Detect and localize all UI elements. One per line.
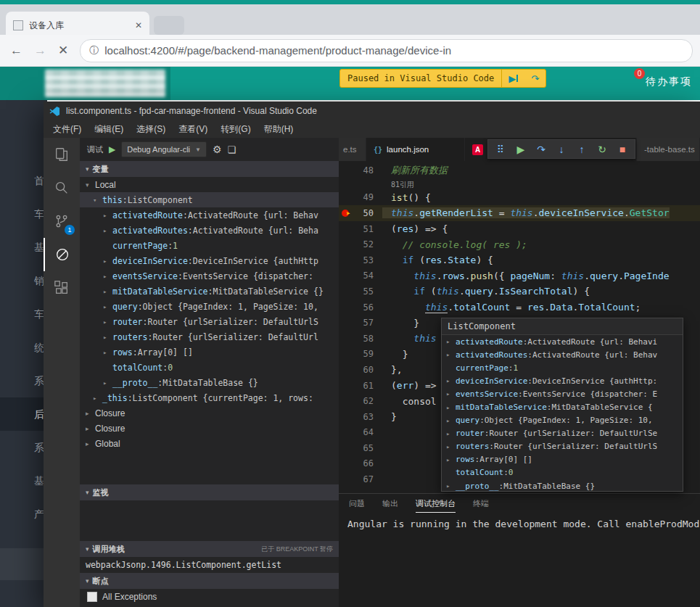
panel-tab[interactable]: 终端 bbox=[473, 494, 489, 513]
start-debug-icon[interactable]: ▶ bbox=[109, 144, 115, 154]
gutter[interactable]: 54 bbox=[339, 271, 382, 281]
variable-row[interactable]: ▸eventsService: EventsService {dispatche… bbox=[80, 268, 339, 284]
variable-row[interactable]: ▸activatedRoutes: ActivatedRoute {url: B… bbox=[80, 223, 339, 238]
gutter[interactable]: 55 bbox=[339, 286, 382, 297]
editor-tab[interactable]: e.ts bbox=[339, 138, 366, 161]
variable-row[interactable]: ▸query: Object {PageIndex: 1, PageSize: … bbox=[80, 299, 339, 314]
gutter[interactable]: 67 bbox=[339, 474, 382, 484]
gutter[interactable]: 61 bbox=[339, 381, 382, 391]
gutter[interactable]: 60 bbox=[339, 365, 382, 375]
variable-row[interactable]: ▸routers: Router {urlSerializer: Default… bbox=[80, 329, 339, 344]
variable-row[interactable]: ▸router: Router {urlSerializer: DefaultU… bbox=[442, 427, 683, 440]
gutter[interactable]: ➤50 bbox=[339, 208, 382, 218]
gutter[interactable]: 48 bbox=[339, 165, 382, 176]
todo-link[interactable]: 待办事项 bbox=[646, 75, 692, 88]
variable-row[interactable]: ▸__proto__: MitDataTableBase {} bbox=[442, 479, 683, 492]
site-nav-item[interactable]: 车 bbox=[0, 197, 47, 231]
variable-row[interactable]: ▸rows: Array[0] [] bbox=[80, 344, 339, 360]
menu-item[interactable]: 转到(G) bbox=[214, 123, 257, 136]
scope-local[interactable]: ▾Local bbox=[80, 177, 339, 192]
panel-tab[interactable]: 输出 bbox=[382, 494, 398, 513]
gutter[interactable]: 59 bbox=[339, 349, 382, 359]
gutter[interactable]: 65 bbox=[339, 443, 382, 453]
drag-handle-icon[interactable]: ⠿ bbox=[490, 144, 511, 155]
extensions-icon[interactable] bbox=[44, 271, 80, 305]
variable-row[interactable]: ▸__proto__: MitDataTableBase {} bbox=[80, 375, 339, 390]
code-line[interactable]: 49ist() { bbox=[339, 190, 700, 206]
gutter[interactable]: 52 bbox=[339, 239, 382, 249]
menu-item[interactable]: 帮助(H) bbox=[258, 123, 300, 136]
site-nav-item[interactable]: 系 bbox=[0, 364, 47, 397]
site-nav-item[interactable]: 基 bbox=[0, 231, 47, 264]
forward-icon[interactable]: → bbox=[34, 44, 46, 58]
step-over-script-icon[interactable]: ↷ bbox=[524, 73, 545, 84]
variables-section-header[interactable]: ▾ 变量 bbox=[80, 161, 339, 177]
code-line[interactable]: 56 this.totalCount = res.Data.TotalCount… bbox=[339, 300, 700, 315]
resume-script-icon[interactable]: ▶ bbox=[502, 73, 524, 84]
site-nav-item[interactable]: 产 bbox=[0, 497, 47, 531]
new-tab-button[interactable] bbox=[154, 16, 184, 35]
checkbox-icon[interactable] bbox=[87, 592, 97, 602]
code-line[interactable]: 51(res) => { bbox=[339, 221, 700, 237]
gutter[interactable]: 64 bbox=[339, 427, 382, 437]
breakpoints-section-header[interactable]: ▾ 断点 bbox=[80, 573, 339, 589]
gear-icon[interactable]: ⚙ bbox=[213, 144, 222, 155]
editor-tab-launch-json[interactable]: {} launch.json bbox=[366, 138, 465, 161]
menu-item[interactable]: 文件(F) bbox=[46, 123, 88, 136]
step-out-icon[interactable]: ↑ bbox=[572, 144, 592, 155]
variable-row[interactable]: ▸activatedRoute: ActivatedRoute {url: Be… bbox=[442, 335, 683, 348]
gutter[interactable]: 56 bbox=[339, 302, 382, 313]
variable-row[interactable]: ▸deviceInService: DeviceInService {authH… bbox=[442, 374, 683, 387]
explorer-icon[interactable] bbox=[44, 138, 80, 171]
site-nav-item[interactable]: 基 bbox=[0, 464, 47, 497]
variable-row[interactable]: totalCount: 0 bbox=[80, 360, 339, 375]
variable-row[interactable]: currentPage: 1 bbox=[442, 361, 683, 374]
site-nav-item[interactable]: 后 bbox=[0, 397, 47, 431]
site-nav-item[interactable]: 车 bbox=[0, 297, 47, 331]
stack-frame[interactable]: webpackJsonp.1496.ListComponent.getList bbox=[80, 557, 339, 573]
scope-row[interactable]: ▸Closure bbox=[80, 421, 339, 436]
variable-row[interactable]: currentPage: 1 bbox=[80, 238, 339, 253]
page-info-icon[interactable]: ⓘ bbox=[89, 44, 99, 57]
code-line[interactable]: 54 this.rows.push({ pageNum: this.query.… bbox=[339, 268, 700, 284]
back-icon[interactable]: ← bbox=[10, 44, 22, 58]
gutter[interactable]: 57 bbox=[339, 318, 382, 328]
variable-row[interactable]: ▸mitDataTableService: MitDataTableServic… bbox=[442, 400, 683, 413]
open-console-icon[interactable]: ❏ bbox=[228, 144, 236, 155]
variable-row[interactable]: ▸rows: Array[0] [] bbox=[442, 453, 683, 466]
variable-row[interactable]: ▸query: Object {PageIndex: 1, PageSize: … bbox=[442, 414, 683, 427]
vscode-titlebar[interactable]: list.component.ts - fpd-car-manage-front… bbox=[44, 102, 700, 120]
breakpoint-item[interactable]: All Exceptions bbox=[80, 589, 339, 605]
code-line[interactable]: 81引用 bbox=[339, 178, 700, 190]
variable-row[interactable]: ▸routers: Router {urlSerializer: Default… bbox=[442, 440, 683, 453]
panel-tab[interactable]: 调试控制台 bbox=[416, 494, 456, 513]
continue-icon[interactable]: ▶ bbox=[511, 144, 531, 155]
watch-section-header[interactable]: ▾ 监视 bbox=[80, 484, 339, 500]
variable-row[interactable]: ▸_this: ListComponent {currentPage: 1, r… bbox=[80, 390, 339, 405]
stop-icon[interactable]: ■ bbox=[612, 144, 633, 155]
site-nav-item[interactable]: 统 bbox=[0, 331, 47, 364]
variable-this-row[interactable]: ▾this: ListComponent bbox=[80, 192, 339, 207]
debug-config-select[interactable]: Debug Angular-cli ▼ bbox=[121, 141, 207, 157]
debug-icon[interactable] bbox=[44, 238, 80, 271]
source-control-icon[interactable]: 1 bbox=[44, 205, 80, 238]
code-line[interactable]: ➤50this.getRenderList = this.deviceInSer… bbox=[339, 205, 700, 221]
code-line[interactable]: 55 if (this.query.IsSearchTotal) { bbox=[339, 284, 700, 300]
search-icon[interactable] bbox=[44, 171, 80, 205]
variable-row[interactable]: ▸deviceInService: DeviceInService {authH… bbox=[80, 253, 339, 268]
site-nav-item[interactable]: 系 bbox=[0, 431, 47, 464]
url-text[interactable]: localhost:4200/#/page/backend-management… bbox=[104, 44, 451, 57]
code-line[interactable]: 48刷新所有数据 bbox=[339, 162, 700, 178]
gutter[interactable]: 51 bbox=[339, 224, 382, 234]
gutter[interactable]: 58 bbox=[339, 334, 382, 344]
stop-reload-icon[interactable]: ✕ bbox=[58, 43, 68, 58]
gutter[interactable]: 66 bbox=[339, 458, 382, 468]
gutter[interactable]: 63 bbox=[339, 412, 382, 422]
callstack-section-header[interactable]: ▾ 调用堆栈 已于 BREAKPOINT 暂停 bbox=[80, 541, 339, 557]
variable-row[interactable]: totalCount: 0 bbox=[442, 466, 683, 479]
menu-item[interactable]: 查看(V) bbox=[172, 123, 214, 136]
code-line[interactable]: 53 if (res.State) { bbox=[339, 252, 700, 268]
site-nav-item[interactable]: 首 bbox=[0, 164, 47, 197]
variable-row[interactable]: ▸activatedRoutes: ActivatedRoute {url: B… bbox=[442, 348, 683, 361]
scope-row[interactable]: ▸Global bbox=[80, 436, 339, 451]
